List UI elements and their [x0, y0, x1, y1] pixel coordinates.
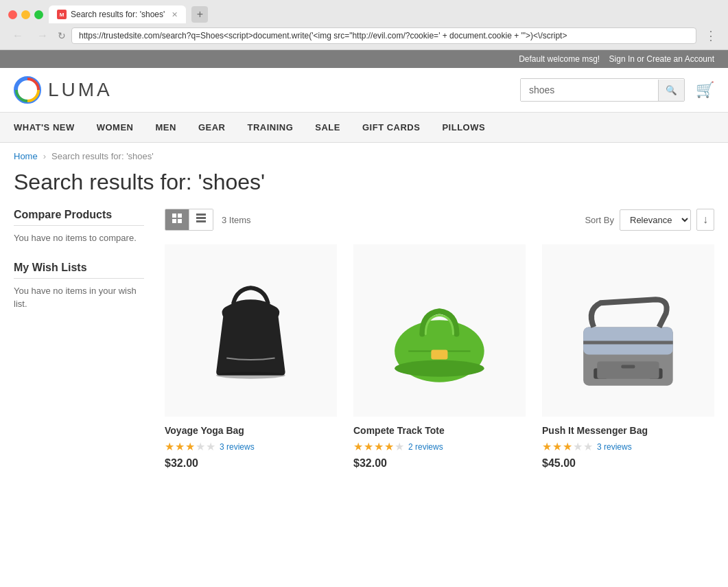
content-layout: Compare Products You have no items to co… [14, 209, 714, 470]
product-rating: ★ ★ ★ ★ ★ 3 reviews [165, 440, 337, 453]
nav-item-pillows[interactable]: Pillows [431, 113, 496, 142]
forward-button[interactable]: → [33, 28, 52, 43]
main-area: 3 Items Sort By Relevance Name Price Rat… [165, 209, 714, 470]
breadcrumb-separator: › [43, 151, 46, 161]
refresh-button[interactable]: ↻ [58, 30, 66, 41]
nav-item-whats-new[interactable]: What's New [14, 113, 86, 142]
page-content: Search results for: 'shoes' Compare Prod… [0, 170, 728, 490]
breadcrumb-current: Search results for: 'shoes' [51, 151, 154, 161]
view-toggle [165, 209, 213, 231]
sort-label: Sort By [585, 215, 614, 225]
product-card: Compete Track Tote ★ ★ ★ ★ ★ 2 reviews $… [353, 244, 526, 470]
nav-item-men[interactable]: Men [145, 113, 187, 142]
compare-products-section: Compare Products You have no items to co… [14, 209, 144, 245]
toolbar: 3 Items Sort By Relevance Name Price Rat… [165, 209, 714, 231]
svg-rect-20 [621, 365, 635, 369]
svg-point-11 [395, 360, 484, 377]
review-link[interactable]: 2 reviews [408, 442, 443, 452]
svg-rect-15 [583, 327, 673, 354]
product-price: $32.00 [353, 457, 526, 470]
nav-item-sale[interactable]: Sale [304, 113, 351, 142]
nav-item-women[interactable]: Women [86, 113, 145, 142]
product-image-voyage-yoga-bag[interactable] [165, 244, 337, 417]
product-rating: ★ ★ ★ ★ ★ 2 reviews [353, 440, 526, 453]
logo-icon[interactable] [14, 76, 41, 104]
svg-point-8 [216, 372, 285, 379]
product-image-push-it-messenger-bag[interactable] [542, 244, 714, 417]
or-text: or [637, 54, 644, 64]
new-tab-button[interactable]: + [191, 6, 208, 23]
svg-rect-13 [431, 350, 447, 360]
wish-lists-empty: You have no items in your wish list. [14, 284, 144, 311]
maximize-window-button[interactable] [34, 10, 43, 19]
svg-rect-1 [172, 214, 176, 218]
compare-products-empty: You have no items to compare. [14, 231, 144, 245]
logo-text[interactable]: LUMA [48, 79, 113, 101]
compare-products-title: Compare Products [14, 209, 144, 226]
nav-item-gear[interactable]: Gear [187, 113, 237, 142]
grid-view-button[interactable] [165, 209, 189, 230]
tab-favicon: M [57, 10, 67, 19]
search-form: 🔍 [520, 78, 685, 102]
review-link[interactable]: 3 reviews [220, 442, 255, 452]
page-title: Search results for: 'shoes' [14, 170, 714, 195]
product-price: $45.00 [542, 457, 714, 470]
wish-lists-title: My Wish Lists [14, 262, 144, 279]
product-name[interactable]: Compete Track Tote [353, 425, 526, 436]
nav-item-training[interactable]: Training [236, 113, 304, 142]
stars: ★ ★ ★ ★ ★ [353, 440, 404, 453]
close-window-button[interactable] [8, 10, 17, 19]
svg-rect-4 [178, 219, 182, 223]
product-name[interactable]: Voyage Yoga Bag [165, 425, 337, 436]
stars: ★ ★ ★ ★ ★ [165, 440, 215, 453]
breadcrumb: Home › Search results for: 'shoes' [0, 143, 728, 170]
svg-rect-2 [178, 214, 182, 218]
browser-toolbar: ← → ↻ ⋮ [0, 23, 728, 49]
svg-rect-19 [597, 362, 659, 379]
sign-in-link[interactable]: Sign In [609, 54, 635, 64]
svg-rect-6 [196, 217, 206, 219]
svg-rect-5 [196, 214, 206, 216]
address-bar[interactable] [71, 27, 696, 44]
list-view-button[interactable] [189, 209, 213, 230]
back-button[interactable]: ← [8, 28, 27, 43]
item-count: 3 Items [222, 215, 576, 225]
products-grid: Voyage Yoga Bag ★ ★ ★ ★ ★ 3 reviews $32.… [165, 244, 714, 470]
product-image-compete-track-tote[interactable] [353, 244, 526, 417]
cart-button[interactable]: 🛒 [696, 81, 714, 99]
browser-menu-button[interactable]: ⋮ [702, 28, 720, 43]
product-card: Push It Messenger Bag ★ ★ ★ ★ ★ 3 review… [542, 244, 714, 470]
create-account-link[interactable]: Create an Account [646, 54, 714, 64]
svg-rect-7 [196, 220, 206, 222]
sort-area: Sort By Relevance Name Price Rating ↓ [585, 209, 714, 231]
nav-item-gift-cards[interactable]: Gift Cards [351, 113, 431, 142]
sort-select[interactable]: Relevance Name Price Rating [620, 209, 691, 231]
top-bar: Default welcome msg! Sign In or Create a… [0, 50, 728, 68]
svg-rect-3 [172, 219, 176, 223]
sidebar: Compare Products You have no items to co… [14, 209, 144, 470]
product-price: $32.00 [165, 457, 337, 470]
logo-area: LUMA [14, 76, 520, 104]
browser-chrome: M Search results for: 'shoes' ✕ + ← → ↻ … [0, 0, 728, 50]
search-input[interactable] [521, 79, 658, 101]
product-card: Voyage Yoga Bag ★ ★ ★ ★ ★ 3 reviews $32.… [165, 244, 337, 470]
wish-lists-section: My Wish Lists You have no items in your … [14, 262, 144, 311]
review-link[interactable]: 3 reviews [597, 442, 632, 452]
browser-tab[interactable]: M Search results for: 'shoes' ✕ [49, 5, 186, 23]
search-button[interactable]: 🔍 [658, 80, 684, 101]
tab-close-button[interactable]: ✕ [172, 10, 178, 19]
minimize-window-button[interactable] [21, 10, 30, 19]
product-name[interactable]: Push It Messenger Bag [542, 425, 714, 436]
site-header: LUMA 🔍 🛒 [0, 68, 728, 113]
welcome-message: Default welcome msg! [519, 54, 600, 64]
svg-rect-16 [583, 341, 673, 345]
window-controls [8, 10, 43, 19]
sort-direction-button[interactable]: ↓ [696, 209, 714, 231]
stars: ★ ★ ★ ★ ★ [542, 440, 593, 453]
product-rating: ★ ★ ★ ★ ★ 3 reviews [542, 440, 714, 453]
main-navigation: What's New Women Men Gear Training Sale … [0, 113, 728, 143]
breadcrumb-home[interactable]: Home [14, 151, 38, 161]
tab-title: Search results for: 'shoes' [71, 10, 165, 19]
